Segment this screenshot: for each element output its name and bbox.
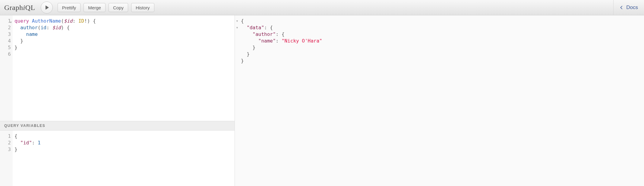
result-gutter: ▼ ▼ bbox=[235, 15, 239, 186]
prettify-button[interactable]: Prettify bbox=[58, 3, 81, 12]
docs-label: Docs bbox=[626, 5, 638, 11]
execute-button[interactable] bbox=[41, 2, 53, 14]
history-button[interactable]: History bbox=[131, 3, 154, 12]
query-code[interactable]: query AuthorName($id: ID!) { author(id: … bbox=[13, 15, 235, 121]
main-panes: 1▼ 2 3 4 5 6 query AuthorName($id: ID!) … bbox=[0, 15, 644, 186]
query-gutter: 1▼ 2 3 4 5 6 bbox=[0, 15, 13, 121]
toolbar: GraphiQL Prettify Merge Copy History Doc… bbox=[0, 0, 644, 15]
vars-gutter: 1 2 3 bbox=[0, 131, 13, 186]
vars-code[interactable]: { "id": 1 } bbox=[13, 131, 235, 186]
play-icon bbox=[45, 5, 49, 10]
docs-toggle[interactable]: Docs bbox=[613, 0, 644, 15]
copy-button[interactable]: Copy bbox=[109, 3, 128, 12]
merge-button[interactable]: Merge bbox=[84, 3, 106, 12]
app-logo: GraphiQL bbox=[4, 4, 35, 12]
variables-editor[interactable]: 1 2 3 { "id": 1 } bbox=[0, 131, 235, 186]
left-pane: 1▼ 2 3 4 5 6 query AuthorName($id: ID!) … bbox=[0, 15, 235, 186]
result-code[interactable]: { "data": { "author": { "name": "Nicky O… bbox=[239, 15, 324, 186]
query-variables-header[interactable]: Query Variables bbox=[0, 121, 235, 131]
chevron-left-icon bbox=[620, 5, 624, 10]
query-editor[interactable]: 1▼ 2 3 4 5 6 query AuthorName($id: ID!) … bbox=[0, 15, 235, 121]
result-pane: ▼ ▼ { "data": { "author": { "name": "Nic… bbox=[235, 15, 644, 186]
